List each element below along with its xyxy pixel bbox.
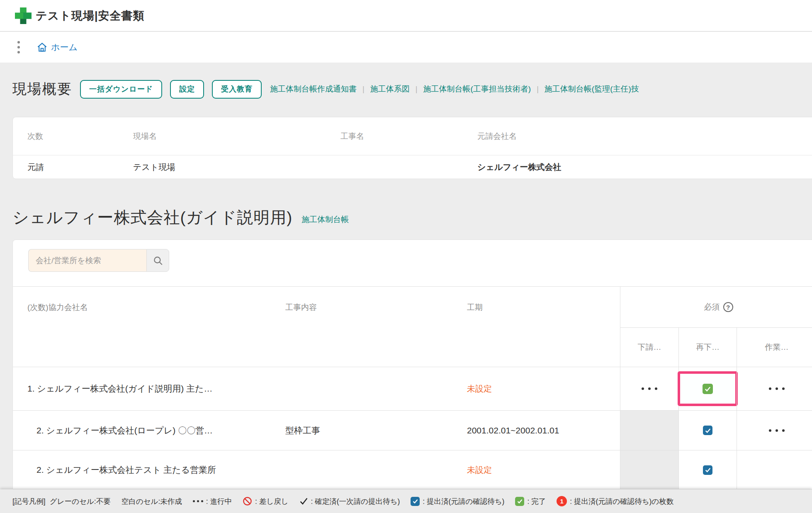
link-separator: | bbox=[362, 85, 365, 94]
search-icon bbox=[153, 255, 163, 266]
link-taikeizu[interactable]: 施工体系図 bbox=[370, 84, 410, 94]
page-title: テスト現場|安全書類 bbox=[36, 8, 144, 23]
col-header-shitauke: 下請… bbox=[620, 328, 678, 367]
col-header-work-content: 工事内容 bbox=[285, 287, 467, 328]
cell-site: テスト現場 bbox=[133, 162, 340, 173]
app-header: テスト現場|安全書類 bbox=[0, 0, 812, 31]
search-input[interactable] bbox=[28, 249, 146, 272]
link-sekou-taicho[interactable]: 施工体制台帳 bbox=[301, 214, 349, 229]
col-header-work: 工事名 bbox=[340, 131, 477, 142]
table-row[interactable]: 1. シェルフィー株式会社(ガイド説明用) 主た… 未設定 bbox=[13, 367, 812, 411]
legend-prefix: [記号凡例] bbox=[12, 496, 46, 506]
status-cell-sagyou[interactable] bbox=[737, 411, 812, 450]
cell-prime: シェルフィー株式会社 bbox=[477, 162, 812, 173]
legend-bar: [記号凡例] グレーのセル:不要 空白のセル:未作成 : 進行中 : 差し戻し … bbox=[0, 489, 812, 513]
search-bar bbox=[28, 249, 812, 272]
bulk-download-button[interactable]: 一括ダウンロード bbox=[80, 80, 162, 99]
legend-badge-count-label: : 提出済(元請の確認待ち)の枚数 bbox=[570, 496, 673, 506]
site-overview-bar: 現場概要 一括ダウンロード 設定 受入教育 施工体制台帳作成通知書 | 施工体系… bbox=[12, 80, 812, 99]
highlight-frame bbox=[678, 371, 738, 406]
status-cell-not-required bbox=[620, 450, 678, 489]
home-label: ホーム bbox=[51, 41, 78, 53]
home-link[interactable]: ホーム bbox=[36, 41, 78, 53]
col-header-tier: 次数 bbox=[13, 131, 133, 142]
status-cell-sagyou[interactable] bbox=[737, 367, 812, 410]
subheader-spacer bbox=[13, 328, 620, 367]
count-badge-icon: 1 bbox=[557, 496, 567, 506]
status-cell-not-required bbox=[620, 411, 678, 450]
period-unset: 未設定 bbox=[467, 367, 620, 410]
partner-table: (次数)協力会社名 工事内容 工期 必須 ? 下請… 再下… 作業… 1. シェ… bbox=[13, 286, 812, 489]
legend-rejected: : 差し戻し bbox=[243, 496, 289, 506]
status-cell-shitauke[interactable] bbox=[620, 367, 678, 410]
col-header-sagyou: 作業… bbox=[737, 328, 812, 367]
table-row[interactable]: 2. シェルフィー株式会社(ロープレ) 〇〇営… 型枠工事 2001.02.01… bbox=[13, 411, 812, 450]
help-icon[interactable]: ? bbox=[723, 302, 733, 312]
work-content bbox=[285, 367, 467, 410]
menu-dots-icon[interactable] bbox=[17, 41, 20, 53]
home-icon bbox=[36, 42, 48, 53]
period: 2001.02.01~2002.01.01 bbox=[467, 411, 620, 450]
in-progress-dots-icon bbox=[642, 387, 657, 390]
safety-documents-card: (次数)協力会社名 工事内容 工期 必須 ? 下請… 再下… 作業… 1. シェ… bbox=[12, 240, 812, 489]
partner-name: 1. シェルフィー株式会社(ガイド説明用) 主た… bbox=[13, 367, 285, 410]
overview-table-row: 元請 テスト現場 シェルフィー株式会社 bbox=[13, 155, 812, 179]
partner-name: 2. シェルフィー株式会社テスト 主たる営業所 bbox=[13, 450, 285, 489]
company-title: シェルフィー株式会社(ガイド説明用) bbox=[12, 206, 292, 229]
legend-in-progress-label: : 進行中 bbox=[206, 496, 232, 506]
site-overview-card: 次数 現場名 工事名 元請会社名 元請 テスト現場 シェルフィー株式会社 bbox=[12, 117, 812, 179]
confirmed-check-icon bbox=[299, 497, 308, 506]
partner-name: 2. シェルフィー株式会社(ロープレ) 〇〇営… bbox=[13, 411, 285, 450]
search-button[interactable] bbox=[146, 249, 169, 272]
intake-education-button[interactable]: 受入教育 bbox=[212, 80, 262, 99]
link-taicho-engineer[interactable]: 施工体制台帳(工事担当技術者) bbox=[423, 84, 531, 94]
status-cell-saishita[interactable] bbox=[678, 367, 737, 410]
done-checkbox-icon[interactable] bbox=[703, 384, 713, 394]
section-title-overview: 現場概要 bbox=[12, 80, 72, 99]
legend-rejected-label: : 差し戻し bbox=[255, 496, 289, 506]
cell-tier: 元請 bbox=[13, 162, 133, 173]
status-cell-empty[interactable] bbox=[737, 450, 812, 489]
col-header-saishita: 再下… bbox=[678, 328, 737, 367]
legend-blank-cell: 空白のセル:未作成 bbox=[122, 496, 182, 506]
legend-confirmed: : 確定済(一次請の提出待ち) bbox=[299, 496, 400, 506]
company-section-head: シェルフィー株式会社(ガイド説明用) 施工体制台帳 bbox=[12, 206, 349, 229]
link-separator: | bbox=[537, 85, 539, 94]
col-header-period: 工期 bbox=[467, 287, 620, 328]
table-row[interactable]: 2. シェルフィー株式会社テスト 主たる営業所 未設定 bbox=[13, 450, 812, 489]
required-label: 必須 bbox=[704, 302, 720, 312]
overview-table-header: 次数 現場名 工事名 元請会社名 bbox=[13, 117, 812, 155]
rejected-icon bbox=[243, 496, 252, 506]
in-progress-dots-icon bbox=[769, 429, 785, 432]
legend-gray-cell: グレーのセル:不要 bbox=[50, 496, 111, 506]
settings-button[interactable]: 設定 bbox=[170, 80, 204, 99]
partner-table-header: (次数)協力会社名 工事内容 工期 必須 ? bbox=[13, 286, 812, 328]
legend-confirmed-label: : 確定済(一次請の提出待ち) bbox=[311, 496, 400, 506]
breadcrumb-bar: ホーム bbox=[0, 32, 812, 63]
col-header-required: 必須 ? bbox=[620, 287, 812, 328]
legend-done: : 完了 bbox=[515, 496, 546, 506]
legend-done-label: : 完了 bbox=[527, 496, 546, 506]
legend-in-progress: : 進行中 bbox=[193, 496, 232, 506]
col-header-prime: 元請会社名 bbox=[477, 131, 812, 142]
in-progress-dots-icon bbox=[193, 500, 203, 502]
link-separator: | bbox=[416, 85, 418, 94]
link-taicho-supervisor[interactable]: 施工体制台帳(監理(主任)技 bbox=[545, 84, 639, 94]
done-checkbox-icon bbox=[515, 497, 524, 506]
legend-submitted-label: : 提出済(元請の確認待ち) bbox=[423, 496, 504, 506]
document-links: 施工体制台帳作成通知書 | 施工体系図 | 施工体制台帳(工事担当技術者) | … bbox=[270, 84, 639, 94]
status-cell-saishita[interactable] bbox=[678, 411, 737, 450]
link-taicho-notice[interactable]: 施工体制台帳作成通知書 bbox=[270, 84, 357, 94]
col-header-partner: (次数)協力会社名 bbox=[13, 287, 285, 328]
work-content bbox=[285, 450, 467, 489]
submitted-checkbox-icon[interactable] bbox=[703, 426, 712, 435]
submitted-checkbox-icon[interactable] bbox=[703, 465, 712, 475]
legend-submitted: : 提出済(元請の確認待ち) bbox=[411, 496, 504, 506]
submitted-checkbox-icon bbox=[411, 497, 420, 506]
period-unset: 未設定 bbox=[467, 450, 620, 489]
app-logo-cross-icon bbox=[15, 7, 32, 24]
work-content: 型枠工事 bbox=[285, 411, 467, 450]
status-cell-saishita[interactable] bbox=[678, 450, 737, 489]
legend-badge-count: 1 : 提出済(元請の確認待ち)の枚数 bbox=[557, 496, 673, 506]
in-progress-dots-icon bbox=[769, 387, 785, 390]
